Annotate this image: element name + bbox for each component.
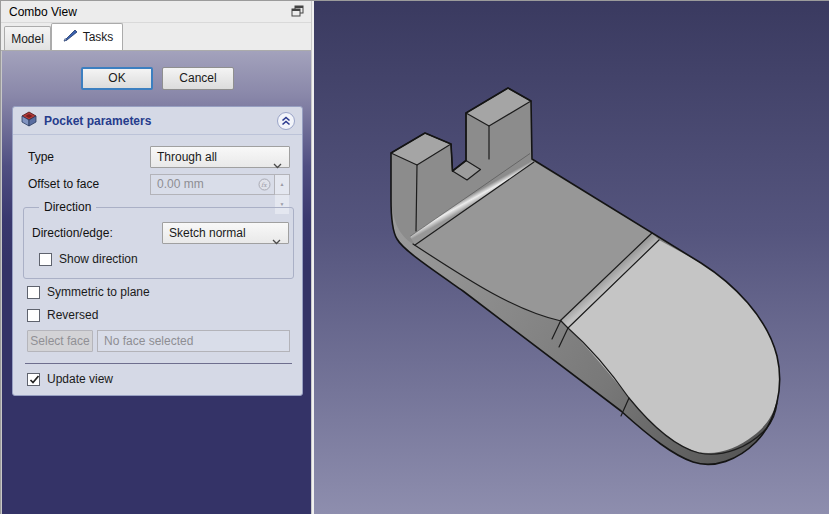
update-view-checkbox[interactable]: Update view xyxy=(27,372,113,386)
direction-edge-dropdown[interactable]: Sketch normal xyxy=(162,222,289,244)
direction-group: Direction Direction/edge: Sketch normal … xyxy=(23,207,294,279)
freecad-window: Combo View Model xyxy=(0,0,829,514)
expression-icon[interactable]: fx xyxy=(258,178,271,197)
cad-part-lever xyxy=(314,1,829,514)
pocket-parameters-title: Pocket parameters xyxy=(44,114,151,128)
checkbox-box[interactable] xyxy=(27,286,40,299)
type-dropdown[interactable]: Through all xyxy=(150,146,290,168)
symmetric-to-plane-label: Symmetric to plane xyxy=(47,285,150,299)
show-direction-label: Show direction xyxy=(59,252,138,266)
checkbox-box[interactable] xyxy=(27,373,40,386)
collapse-section-icon[interactable] xyxy=(277,112,295,130)
tab-model[interactable]: Model xyxy=(4,26,51,50)
combo-view-panel: Combo View Model xyxy=(1,1,311,514)
checkbox-box[interactable] xyxy=(27,309,40,322)
tab-tasks-label: Tasks xyxy=(83,30,114,44)
symmetric-to-plane-checkbox[interactable]: Symmetric to plane xyxy=(27,285,150,299)
tab-model-label: Model xyxy=(11,32,44,46)
svg-text:fx: fx xyxy=(261,181,267,188)
chevron-down-icon xyxy=(272,231,281,251)
direction-edge-value: Sketch normal xyxy=(169,226,246,240)
reversed-checkbox[interactable]: Reversed xyxy=(27,308,98,322)
pocket-parameters-header: Pocket parameters xyxy=(13,107,302,135)
pocket-icon xyxy=(21,111,38,130)
reversed-label: Reversed xyxy=(47,308,98,322)
offset-to-face-label: Offset to face xyxy=(28,177,99,191)
panel-title: Combo View xyxy=(9,5,77,19)
face-reference-field[interactable]: No face selected xyxy=(97,330,290,352)
combo-view-titlebar: Combo View xyxy=(1,1,311,23)
type-label: Type xyxy=(28,150,54,164)
chevron-down-icon xyxy=(273,155,282,175)
offset-value: 0.00 mm xyxy=(157,177,204,191)
ok-button[interactable]: OK xyxy=(81,67,153,90)
tab-tasks[interactable]: Tasks xyxy=(51,23,123,50)
update-view-label: Update view xyxy=(47,372,113,386)
section-divider xyxy=(25,363,292,364)
cancel-button[interactable]: Cancel xyxy=(162,67,234,90)
pocket-parameters-box: Pocket parameters Type Through all xyxy=(12,106,303,396)
tasks-panel: OK Cancel Pocket parameters xyxy=(1,51,311,514)
direction-edge-label: Direction/edge: xyxy=(32,226,113,240)
edit-pen-icon xyxy=(61,29,78,46)
show-direction-checkbox[interactable]: Show direction xyxy=(39,252,138,266)
checkbox-box[interactable] xyxy=(39,253,52,266)
spin-up-icon: ▲ xyxy=(275,175,289,195)
3d-viewport[interactable] xyxy=(314,1,829,514)
offset-to-face-input[interactable]: 0.00 mm fx ▲ ▼ xyxy=(150,174,290,195)
spinner-arrows[interactable]: ▲ ▼ xyxy=(274,175,289,194)
select-face-button[interactable]: Select face xyxy=(27,330,93,352)
float-panel-icon[interactable] xyxy=(291,5,305,18)
direction-group-legend: Direction xyxy=(39,200,96,214)
type-dropdown-value: Through all xyxy=(157,150,217,164)
combo-view-tabbar: Model Tasks xyxy=(1,23,311,51)
